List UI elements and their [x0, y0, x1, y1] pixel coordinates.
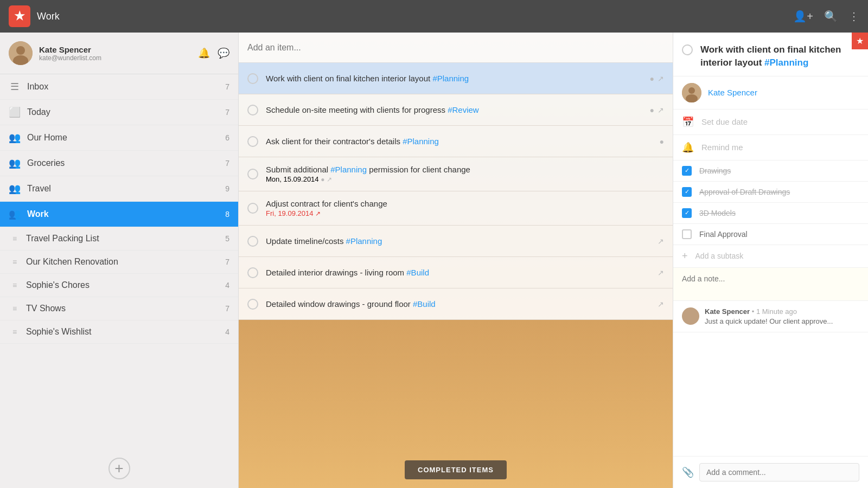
task-meta: ●: [660, 137, 664, 146]
task-checkbox[interactable]: [247, 299, 258, 310]
task-text: Schedule on-site meeting with clients fo…: [266, 105, 646, 114]
task-checkbox[interactable]: [247, 73, 258, 84]
due-date-label: Set due date: [701, 117, 748, 126]
add-item-bar: [239, 33, 673, 63]
people-icon: 👥: [9, 208, 21, 220]
task-tag: #Build: [406, 268, 429, 277]
task-tag: #Review: [448, 105, 479, 114]
task-content: Detailed interior drawings - living room…: [266, 268, 653, 277]
task-checkbox[interactable]: [247, 136, 258, 147]
task-text: Update timeline/costs #Planning: [266, 236, 653, 246]
sidebar-item-badge: 7: [225, 258, 229, 266]
assignee-name[interactable]: Kate Spencer: [708, 88, 757, 97]
sidebar-item-badge: 8: [225, 210, 229, 219]
sidebar-item-sophies-chores[interactable]: ≡ Sophie's Chores 4: [0, 274, 238, 297]
user-email: kate@wunderlist.com: [39, 54, 198, 62]
calendar-icon: 📅: [682, 116, 694, 128]
sidebar-item-today[interactable]: ⬜ Today 7: [0, 100, 238, 125]
task-tag: #Planning: [346, 236, 382, 246]
sidebar-item-label: Groceries: [27, 158, 225, 168]
add-item-input[interactable]: [247, 43, 664, 53]
add-subtask-icon: +: [682, 251, 688, 262]
sidebar-item-label: Sophie's Chores: [26, 280, 225, 290]
comment-body: Kate Spencer • 1 Minute ago Just a quick…: [705, 307, 859, 325]
table-row[interactable]: Update timeline/costs #Planning ↗: [239, 226, 673, 257]
subtask-item-3d-models[interactable]: 3D Models: [673, 203, 868, 224]
detail-checkbox[interactable]: [682, 44, 693, 55]
add-comment-row: 📎: [673, 456, 868, 488]
add-user-icon[interactable]: 👤+: [793, 10, 813, 23]
sidebar-item-label: Today: [27, 107, 225, 117]
table-row[interactable]: Ask client for their contractor's detail…: [239, 126, 673, 157]
task-content: Adjust contract for client's change Fri,…: [266, 199, 664, 217]
add-subtask-row[interactable]: + Add a subtask: [673, 245, 868, 268]
sidebar-item-label: TV Shows: [26, 304, 225, 313]
subtask-item-approval-draft[interactable]: Approval of Draft Drawings: [673, 182, 868, 203]
sidebar-item-our-kitchen[interactable]: ≡ Our Kitchen Renovation 7: [0, 251, 238, 274]
subtask-item-final-approval[interactable]: Final Approval: [673, 224, 868, 245]
table-row[interactable]: Adjust contract for client's change Fri,…: [239, 191, 673, 226]
top-actions: 👤+ 🔍 ⋮: [793, 10, 859, 23]
sidebar-item-tv-shows[interactable]: ≡ TV Shows 7: [0, 297, 238, 320]
assign-icon: ↗: [658, 74, 664, 83]
detail-panel: Work with client on final kitchen interi…: [673, 33, 868, 488]
sidebar-item-badge: 5: [225, 234, 229, 243]
bookmark-icon[interactable]: ★: [852, 33, 868, 49]
task-tag: #Build: [413, 299, 436, 309]
assign-icon: ↗: [327, 176, 332, 183]
subtask-label: Final Approval: [699, 230, 748, 239]
sidebar-item-work[interactable]: 👥 Work 8: [0, 202, 238, 227]
comment-row: Kate Spencer • 1 Minute ago Just a quick…: [682, 307, 859, 325]
table-row[interactable]: Detailed interior drawings - living room…: [239, 257, 673, 288]
attachment-icon[interactable]: 📎: [682, 466, 694, 478]
note-input[interactable]: [682, 274, 859, 292]
subtask-item-drawings[interactable]: Drawings: [673, 160, 868, 182]
user-profile: Kate Spencer kate@wunderlist.com 🔔 💬: [0, 33, 238, 74]
table-row[interactable]: Work with client on final kitchen interi…: [239, 63, 673, 94]
sidebar-item-badge: 7: [225, 108, 229, 117]
notification-icon[interactable]: 🔔: [198, 47, 210, 59]
comment-meta: Kate Spencer • 1 Minute ago: [705, 307, 859, 316]
sidebar-item-label: Travel Packing List: [26, 234, 225, 243]
sidebar-item-badge: 4: [225, 328, 229, 336]
sidebar-item-sophies-wishlist[interactable]: ≡ Sophie's Wishlist 4: [0, 320, 238, 344]
task-text: Submit additional #Planning permission f…: [266, 165, 664, 174]
search-icon[interactable]: 🔍: [824, 10, 838, 23]
task-list: Work with client on final kitchen interi…: [239, 63, 673, 452]
remind-label: Remind me: [701, 143, 743, 152]
sidebar-item-our-home[interactable]: 👥 Our Home 6: [0, 125, 238, 151]
task-checkbox[interactable]: [247, 203, 258, 214]
subtask-checkbox[interactable]: [682, 187, 692, 197]
subtask-label: Drawings: [699, 166, 731, 175]
messages-icon[interactable]: 💬: [218, 47, 229, 59]
task-checkbox[interactable]: [247, 169, 258, 179]
task-checkbox[interactable]: [247, 267, 258, 278]
detail-assignee-row[interactable]: Kate Spencer: [673, 76, 868, 110]
table-row[interactable]: Detailed window drawings - ground floor …: [239, 288, 673, 320]
subtask-checkbox[interactable]: [682, 229, 692, 239]
note-icon: ●: [650, 74, 654, 83]
subtask-checkbox[interactable]: [682, 208, 692, 218]
sidebar-item-travel[interactable]: 👥 Travel 9: [0, 176, 238, 202]
table-row[interactable]: Submit additional #Planning permission f…: [239, 157, 673, 191]
task-tag: #Planning: [432, 74, 469, 83]
add-comment-input[interactable]: [699, 463, 859, 481]
detail-remind-row[interactable]: 🔔 Remind me: [673, 135, 868, 160]
sidebar-item-inbox[interactable]: ☰ Inbox 7: [0, 74, 238, 100]
subtask-label: Approval of Draft Drawings: [699, 188, 790, 196]
sidebar-item-travel-packing[interactable]: ≡ Travel Packing List 5: [0, 227, 238, 251]
completed-items-button[interactable]: COMPLETED ITEMS: [405, 460, 507, 479]
subtask-checkbox[interactable]: [682, 166, 692, 176]
task-checkbox[interactable]: [247, 105, 258, 115]
task-meta: ↗: [658, 237, 664, 246]
task-meta: ↗: [658, 300, 664, 309]
people-icon: 👥: [9, 132, 21, 144]
detail-due-date-row[interactable]: 📅 Set due date: [673, 110, 868, 135]
table-row[interactable]: Schedule on-site meeting with clients fo…: [239, 94, 673, 126]
task-content: Update timeline/costs #Planning: [266, 236, 653, 246]
more-menu-icon[interactable]: ⋮: [848, 10, 859, 23]
add-list-button[interactable]: +: [108, 458, 130, 479]
sidebar-item-label: Travel: [27, 184, 225, 194]
sidebar-item-groceries[interactable]: 👥 Groceries 7: [0, 151, 238, 176]
task-checkbox[interactable]: [247, 236, 258, 247]
